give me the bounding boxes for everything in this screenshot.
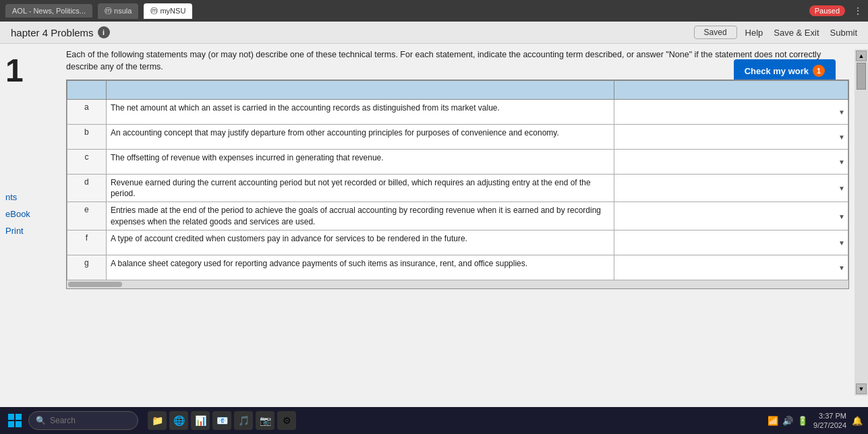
bottom-nav: ‹ Prev 1 of 3 Next › [0,396,868,407]
table-row: dRevenue earned during the current accou… [67,175,848,202]
page-indicator: 1 of 3 [411,402,457,407]
right-scrollbar: ▲ ▼ [855,49,868,396]
main-content: hapter 4 Problems i Saved Help Save & Ex… [0,22,868,407]
row-answer-d[interactable]: NoneBook valueMaterialityMatching princi… [614,175,848,202]
answer-select-c[interactable]: NoneBook valueMaterialityMatching princi… [618,152,844,171]
problem-main: Each of the following statements may (or… [61,49,855,396]
windows-icon [8,414,22,427]
row-label-f: f [67,230,107,255]
row-label-g: g [67,255,107,280]
check-work-button[interactable]: Check my work 1 [734,59,836,82]
search-input[interactable] [50,416,131,425]
left-sidebar: 1 nts eBook Print [0,49,61,396]
hints-link[interactable]: nts [5,192,30,202]
col-label-header [67,81,107,100]
row-desc-a: The net amount at which an asset is carr… [106,100,614,125]
col-answer-header [614,81,848,100]
answer-select-f[interactable]: NoneBook valueMaterialityMatching princi… [618,233,844,252]
scroll-down-button[interactable]: ▼ [856,383,867,394]
row-answer-c[interactable]: NoneBook valueMaterialityMatching princi… [614,150,848,175]
mynsu-icon: ⓜ [150,7,158,15]
notification-icon[interactable]: 🔔 [852,416,863,426]
sidebar-links: nts eBook Print [5,192,30,236]
answer-select-e[interactable]: NoneBook valueMaterialityMatching princi… [618,205,844,224]
browser-tab-nsula[interactable]: ⓜ nsula [98,3,138,19]
taskbar-app-3[interactable]: 📊 [191,411,210,430]
volume-icon: 🔊 [782,416,793,426]
taskbar-right: 📶 🔊 🔋 3:37 PM 9/27/2024 🔔 [768,411,863,431]
answer-select-b[interactable]: NoneBook valueMaterialityMatching princi… [618,127,844,146]
taskbar-system-icons: 📶 🔊 🔋 [768,416,808,426]
table-row: fA type of account credited when custome… [67,230,848,255]
row-desc-d: Revenue earned during the current accoun… [106,175,614,202]
row-answer-f[interactable]: NoneBook valueMaterialityMatching princi… [614,230,848,255]
row-answer-g[interactable]: NoneBook valueMaterialityMatching princi… [614,255,848,280]
browser-tab-aol[interactable]: AOL - News, Politics... [5,4,92,18]
problem-container: 1 nts eBook Print Each of the following … [0,44,868,396]
check-badge: 1 [813,65,825,77]
row-label-c: c [67,150,107,175]
answer-table: aThe net amount at which an asset is car… [67,80,848,280]
row-desc-e: Entries made at the end of the period to… [106,202,614,230]
row-label-d: d [67,175,107,202]
saved-badge: Saved [694,26,737,39]
battery-icon: 🔋 [797,416,808,426]
row-label-b: b [67,125,107,150]
nsula-icon: ⓜ [105,7,112,15]
taskbar-app-1[interactable]: 📁 [148,411,167,430]
row-desc-f: A type of account credited when customer… [106,230,614,255]
taskbar-search-box[interactable]: 🔍 [28,411,138,430]
start-button[interactable] [5,411,24,430]
table-row: bAn accounting concept that may justify … [67,125,848,150]
search-icon: 🔍 [36,416,46,425]
h-scroll-thumb[interactable] [68,282,122,287]
page-title: hapter 4 Problems [11,27,94,38]
scroll-thumb[interactable] [857,63,866,90]
row-desc-b: An accounting concept that may justify d… [106,125,614,150]
taskbar-app-5[interactable]: 🎵 [234,411,253,430]
paused-badge: Paused [809,5,845,16]
taskbar-time: 3:37 PM 9/27/2024 [813,411,846,431]
row-label-a: a [67,100,107,125]
header-bar: hapter 4 Problems i Saved Help Save & Ex… [0,22,868,44]
page-title-area: hapter 4 Problems i [11,26,686,38]
taskbar-app-4[interactable]: 📧 [212,411,231,430]
taskbar: 🔍 📁 🌐 📊 📧 🎵 📷 ⚙ 📶 🔊 🔋 3:37 PM 9/27/2024 … [0,407,868,434]
row-desc-c: The offsetting of revenue with expenses … [106,150,614,175]
browser-bar: AOL - News, Politics... ⓜ nsula ⓜ myNSU … [0,0,868,22]
ebook-link[interactable]: eBook [5,209,30,219]
table-row: eEntries made at the end of the period t… [67,202,848,230]
answer-select-g[interactable]: NoneBook valueMaterialityMatching princi… [618,258,844,277]
taskbar-app-7[interactable]: ⚙ [277,411,296,430]
taskbar-app-2[interactable]: 🌐 [169,411,188,430]
row-label-e: e [67,202,107,230]
col-desc-header [106,81,614,100]
taskbar-apps: 📁 🌐 📊 📧 🎵 📷 ⚙ [148,411,296,430]
scroll-up-button[interactable]: ▲ [856,51,867,61]
submit-link[interactable]: Submit [830,28,857,38]
more-options-icon[interactable]: ⋮ [853,5,863,16]
grid-icon[interactable] [446,402,457,407]
table-row: cThe offsetting of revenue with expenses… [67,150,848,175]
info-icon[interactable]: i [98,26,110,38]
browser-tab-mynsu[interactable]: ⓜ myNSU [144,3,192,19]
row-answer-b[interactable]: NoneBook valueMaterialityMatching princi… [614,125,848,150]
help-link[interactable]: Help [745,28,763,38]
problem-instruction: Each of the following statements may (or… [66,49,849,73]
header-actions: Help Save & Exit Submit [745,28,857,38]
save-exit-link[interactable]: Save & Exit [774,28,819,38]
table-row: aThe net amount at which an asset is car… [67,100,848,125]
answer-select-d[interactable]: NoneBook valueMaterialityMatching princi… [618,177,844,196]
answer-select-a[interactable]: NoneBook valueMaterialityMatching princi… [618,102,844,121]
row-answer-a[interactable]: NoneBook valueMaterialityMatching princi… [614,100,848,125]
print-link[interactable]: Print [5,226,30,236]
row-desc-g: A balance sheet category used for report… [106,255,614,280]
problem-number: 1 [5,55,24,87]
horizontal-scrollbar[interactable] [67,280,848,288]
table-header-row [67,81,848,100]
table-row: gA balance sheet category used for repor… [67,255,848,280]
table-wrapper: aThe net amount at which an asset is car… [66,80,849,289]
taskbar-app-6[interactable]: 📷 [256,411,274,430]
wifi-icon: 📶 [768,416,778,426]
row-answer-e[interactable]: NoneBook valueMaterialityMatching princi… [614,202,848,230]
